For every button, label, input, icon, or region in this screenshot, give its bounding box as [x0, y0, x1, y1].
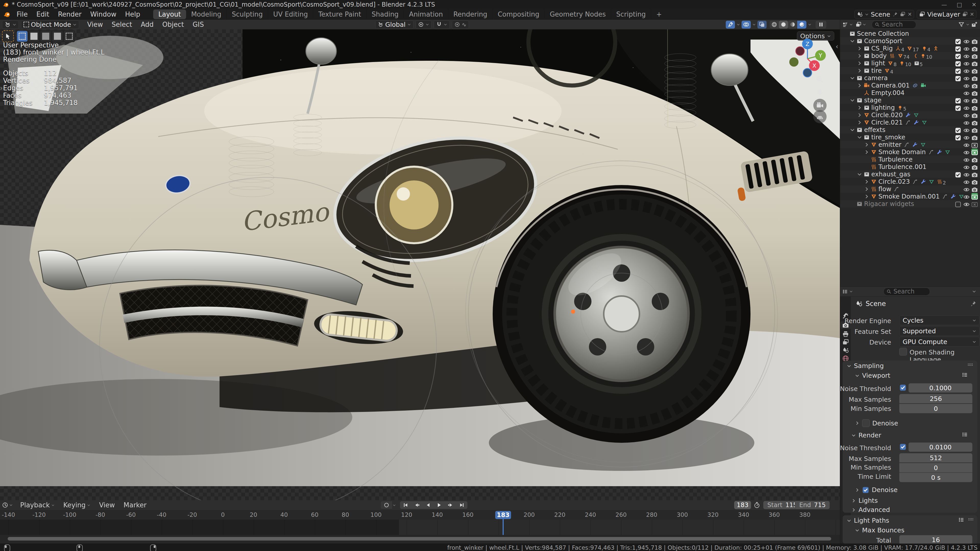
pivot-point-dropdown[interactable] [415, 21, 432, 29]
disable-render-toggle[interactable] [971, 134, 978, 140]
timeline-menu-keying[interactable]: Keying [59, 500, 95, 510]
sidebar-collapse-arrow[interactable]: ‹ [836, 43, 838, 50]
close-button[interactable]: ✕ [972, 2, 977, 8]
disable-render-toggle[interactable] [971, 75, 978, 81]
disable-render-toggle[interactable] [971, 141, 978, 148]
disable-render-toggle[interactable] [971, 38, 978, 44]
scene-selector[interactable]: Scene ✕ [854, 10, 914, 19]
prev-keyframe-button[interactable] [411, 501, 423, 509]
hide-viewport-toggle[interactable] [963, 178, 970, 185]
render-override-toggle[interactable] [971, 149, 978, 155]
outliner-row-exhaust-gas[interactable]: exhaust_gas [840, 170, 980, 178]
menu-edit[interactable]: Edit [32, 9, 54, 19]
rn-denoise-row[interactable]: Denoise [855, 486, 897, 494]
timeline-editor-type-button[interactable] [2, 502, 13, 508]
menu-help[interactable]: Help [121, 9, 145, 19]
rn-max-samples-field[interactable]: 512 [899, 453, 972, 462]
show-gizmo-toggle[interactable] [726, 21, 735, 29]
outliner-row-turbulence[interactable]: Turbulence [840, 156, 980, 163]
outliner-row-effexts[interactable]: effexts [840, 126, 980, 133]
disable-render-toggle[interactable] [971, 45, 978, 52]
timeline-menu-view[interactable]: View [95, 500, 119, 510]
sampling-render-subheader[interactable]: Render [851, 432, 881, 439]
shading-material-button[interactable] [788, 21, 797, 29]
feature-set-dropdown[interactable]: Supported [899, 326, 980, 336]
properties-tab-scene[interactable] [840, 346, 851, 354]
hide-viewport-toggle[interactable] [963, 156, 970, 163]
shading-rendered-button[interactable] [797, 21, 807, 29]
hide-viewport-toggle[interactable] [963, 193, 970, 200]
chevron-down-icon[interactable] [808, 23, 811, 26]
vp-noise-threshold-checkbox[interactable] [899, 384, 907, 391]
new-viewlayer-icon[interactable] [962, 11, 968, 17]
select-mode-intersect-button[interactable] [64, 31, 75, 41]
chevron-down-icon[interactable] [737, 23, 740, 26]
tab-modeling[interactable]: Modeling [186, 10, 227, 19]
collection-checkbox[interactable] [955, 52, 961, 59]
tab-scripting[interactable]: Scripting [611, 10, 651, 19]
blender-app-icon[interactable] [3, 11, 11, 18]
auto-key-button[interactable] [381, 501, 392, 509]
shading-wireframe-button[interactable] [770, 21, 779, 29]
disable-render-toggle[interactable] [971, 156, 978, 163]
mode-dropdown[interactable]: Object Mode [21, 21, 79, 29]
tab-texture-paint[interactable]: Texture Paint [313, 10, 367, 19]
total-bounces-field[interactable]: 16 [899, 535, 972, 545]
select-mode-invert-button[interactable] [52, 31, 63, 41]
rn-time-limit-field[interactable]: 0 s [899, 473, 972, 482]
filter-icon[interactable] [958, 21, 964, 27]
osl-checkbox[interactable] [899, 348, 907, 356]
tab-geometry-nodes[interactable]: Geometry Nodes [545, 10, 611, 19]
shading-solid-button[interactable] [779, 21, 788, 29]
playhead-frame-badge[interactable]: 183 [495, 511, 511, 519]
outliner-search-input[interactable]: Search [872, 21, 916, 29]
disable-render-toggle[interactable] [971, 89, 978, 96]
outliner-row-body[interactable]: body7410 [840, 52, 980, 59]
collection-checkbox[interactable] [955, 60, 961, 66]
outliner-row-smoke-domain[interactable]: Smoke Domain [840, 148, 980, 156]
collection-checkbox[interactable] [955, 75, 961, 81]
chevron-down-icon[interactable] [752, 23, 756, 26]
viewport-menu-select[interactable]: Select [107, 19, 136, 30]
timeline-scrollbar[interactable] [8, 537, 831, 540]
collection-checkbox[interactable] [955, 38, 961, 44]
hide-viewport-toggle[interactable] [963, 82, 970, 89]
disable-render-toggle[interactable] [971, 52, 978, 59]
frame-end-field[interactable]: End 715 [795, 501, 830, 509]
disable-render-toggle[interactable] [971, 104, 978, 111]
render-engine-dropdown[interactable]: Cycles [899, 316, 980, 325]
select-mode-new-button[interactable] [17, 31, 27, 41]
drag-grid-icon[interactable] [968, 516, 974, 522]
select-mode-extend-button[interactable] [29, 31, 39, 41]
menu-window[interactable]: Window [86, 9, 121, 19]
outliner-row-light[interactable]: light8105 [840, 59, 980, 67]
collection-checkbox[interactable] [955, 171, 961, 177]
play-reverse-button[interactable] [423, 501, 434, 509]
timeline-menu-playback[interactable]: Playback [16, 500, 59, 510]
outliner-row-circle-023[interactable]: Circle.0232 [840, 178, 980, 185]
viewport-3d[interactable]: Cosmo [0, 29, 840, 500]
hide-viewport-toggle[interactable] [963, 89, 970, 96]
outliner-row-flow[interactable]: flow [840, 185, 980, 193]
hide-viewport-toggle[interactable] [963, 111, 970, 118]
outliner-editor-type-button[interactable] [842, 21, 853, 27]
vp-max-samples-field[interactable]: 256 [899, 394, 972, 403]
hide-viewport-toggle[interactable] [963, 164, 970, 170]
disable-render-toggle[interactable] [971, 164, 978, 170]
outliner-row-scene-collection[interactable]: Scene Collection [840, 30, 980, 37]
play-button[interactable] [434, 501, 445, 509]
max-bounces-subheader[interactable]: Max Bounces [855, 527, 904, 534]
current-frame-field[interactable]: 183 [734, 501, 751, 509]
pause-render-button[interactable] [816, 21, 826, 29]
properties-search-input[interactable]: Search [883, 287, 930, 295]
rn-denoise-checkbox[interactable] [862, 486, 869, 494]
advanced-section-row[interactable]: Advanced [851, 506, 890, 513]
tab-rendering[interactable]: Rendering [448, 10, 493, 19]
preset-list-icon[interactable] [958, 516, 965, 523]
outliner-row-circle-021[interactable]: Circle.021 [840, 119, 980, 126]
hide-viewport-toggle[interactable] [963, 171, 970, 177]
outliner-row-rigacar-widgets[interactable]: Rigacar widgets [840, 200, 980, 208]
show-overlays-toggle[interactable] [741, 21, 751, 29]
chevron-down-icon[interactable] [972, 289, 976, 294]
toolbar-expand-arrow[interactable]: › [0, 84, 3, 92]
